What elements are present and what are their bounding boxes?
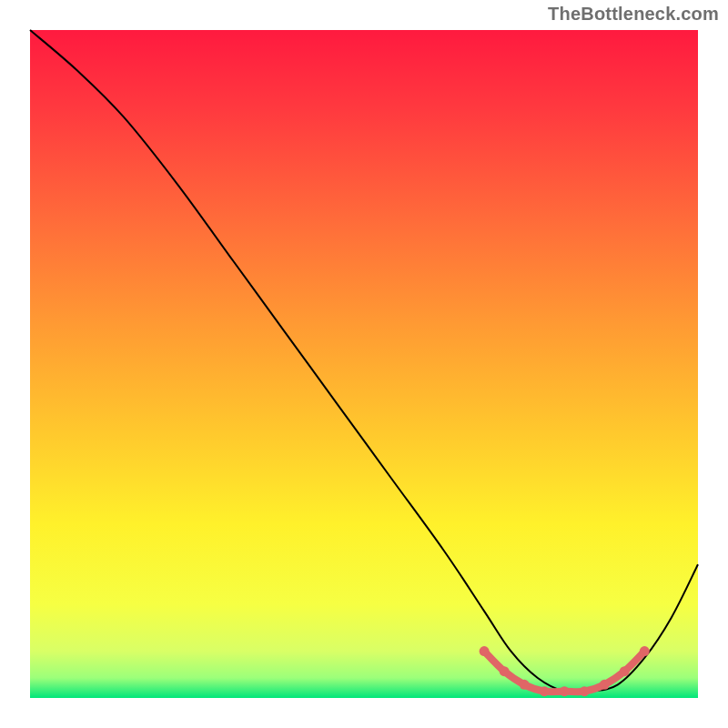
marker-dot [600,680,610,690]
marker-dot [560,686,570,696]
chart-stage: TheBottleneck.com [0,0,728,728]
marker-dot [520,680,530,690]
marker-dot [640,646,650,656]
marker-dot [580,686,590,696]
marker-dot [620,666,630,676]
marker-dot [540,686,550,696]
marker-dot [480,646,490,656]
bottleneck-chart [0,0,728,728]
marker-dot [500,666,510,676]
plot-background [30,30,698,698]
